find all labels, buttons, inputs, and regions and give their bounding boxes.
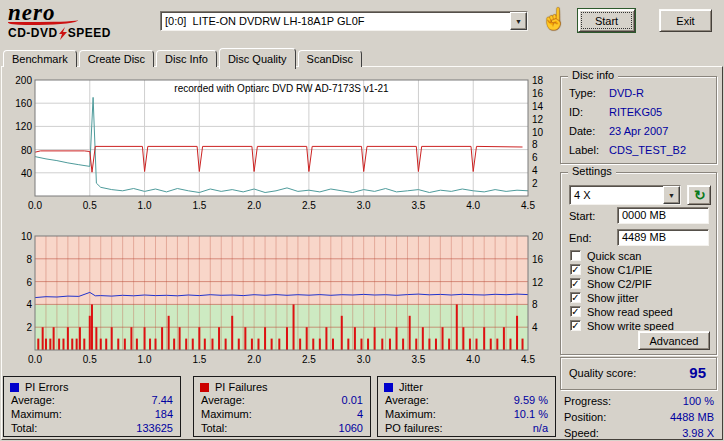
stat-row: Maximum:10.1 % xyxy=(378,408,555,422)
checkbox-box: ✓ xyxy=(570,292,581,303)
tab-create-disc[interactable]: Create Disc xyxy=(79,50,154,67)
svg-text:18: 18 xyxy=(532,75,544,86)
checkbox-box: ✓ xyxy=(570,264,581,275)
stat-row-value: 133625 xyxy=(136,422,173,436)
checkbox-box xyxy=(570,250,581,261)
svg-text:3.0: 3.0 xyxy=(357,200,371,211)
svg-text:0.5: 0.5 xyxy=(83,354,97,365)
svg-text:16: 16 xyxy=(532,88,544,99)
status-row-value: 4488 MB xyxy=(670,411,714,427)
disc-info-row-value: CDS_TEST_B2 xyxy=(609,144,686,163)
stat-row: PO failures:n/a xyxy=(378,422,555,436)
svg-text:200: 200 xyxy=(15,75,32,86)
status-row-speed: Speed:3.98 X xyxy=(562,427,716,441)
checkbox-show-read-speed[interactable]: ✓Show read speed xyxy=(570,305,673,318)
stat-box-title: PI Failures xyxy=(194,377,370,394)
disc-info-row-value: DVD-R xyxy=(609,87,644,106)
status-row-label: Position: xyxy=(564,411,606,427)
speed-selector[interactable]: 4 X ▼ xyxy=(569,185,681,205)
svg-text:2.0: 2.0 xyxy=(247,200,261,211)
hand-icon[interactable]: ☝ xyxy=(540,5,568,33)
start-button[interactable]: Start xyxy=(578,9,635,32)
disc-info-row-label: Type: xyxy=(569,87,609,106)
svg-text:recorded with Optiarc DVD RW A: recorded with Optiarc DVD RW AD-7173S v1… xyxy=(174,83,389,94)
checkbox-show-c2-pif[interactable]: ✓Show C2/PIF xyxy=(570,277,652,290)
svg-text:80: 80 xyxy=(21,145,33,156)
pie-writespeed-chart: recorded with Optiarc DVD RW AD-7173S v1… xyxy=(0,72,556,224)
stat-box-title: Jitter xyxy=(378,377,555,394)
svg-text:20: 20 xyxy=(532,231,544,242)
dropdown-arrow-icon[interactable]: ▼ xyxy=(663,186,680,204)
stat-row: Total:133625 xyxy=(4,422,180,436)
hand-glyph: ☝ xyxy=(541,7,567,31)
svg-text:8: 8 xyxy=(26,254,32,265)
tab-disc-quality[interactable]: Disc Quality xyxy=(219,48,296,69)
checkbox-show-jitter[interactable]: ✓Show jitter xyxy=(570,291,638,304)
disc-info-group: Disc info Type:DVD-RID:RITEKG05Date:23 A… xyxy=(560,76,717,164)
stat-row-label: Total: xyxy=(11,422,37,436)
stat-row-label: Maximum: xyxy=(385,408,436,422)
svg-text:4: 4 xyxy=(532,322,538,333)
logo-text-cddvdspeed: CD-DVD SPEED xyxy=(8,26,148,40)
svg-text:4.0: 4.0 xyxy=(466,354,480,365)
exit-button[interactable]: Exit xyxy=(659,9,712,32)
svg-text:0.0: 0.0 xyxy=(28,354,42,365)
dropdown-arrow-glyph: ▼ xyxy=(668,192,675,199)
checkbox-show-c1-pie[interactable]: ✓Show C1/PIE xyxy=(570,263,652,276)
stat-row: Maximum:184 xyxy=(4,408,180,422)
stat-row-value: n/a xyxy=(533,422,548,436)
svg-text:160: 160 xyxy=(15,98,32,109)
stat-row-value: 4 xyxy=(357,408,363,422)
disc-info-row: Date:23 Apr 2007 xyxy=(569,125,711,144)
stat-row: Average:7.44 xyxy=(4,394,180,408)
svg-text:6: 6 xyxy=(26,277,32,288)
speed-selector-value: 4 X xyxy=(570,189,663,201)
tab-disc-info[interactable]: Disc Info xyxy=(156,50,217,67)
start-position-label: Start: xyxy=(569,210,595,222)
svg-text:10: 10 xyxy=(532,127,544,138)
pif-jitter-chart: 246810481216200.00.51.01.52.02.53.03.54.… xyxy=(0,230,556,366)
disc-info-row-label: Label: xyxy=(569,144,609,163)
refresh-button[interactable]: ↻ xyxy=(687,185,711,205)
checkbox-label: Show C1/PIE xyxy=(587,264,652,276)
svg-text:2.5: 2.5 xyxy=(302,354,316,365)
status-row-value: 3.98 X xyxy=(682,427,714,441)
svg-text:2: 2 xyxy=(26,322,32,333)
drive-selector[interactable]: [0:0] LITE-ON DVDRW LH-18A1P GL0F ▼ xyxy=(160,11,528,31)
stat-row-value: 7.44 xyxy=(152,394,173,408)
start-position-field[interactable]: 0000 MB xyxy=(617,207,709,224)
checkbox-box: ✓ xyxy=(570,320,581,331)
stat-box-title: PI Errors xyxy=(4,377,180,394)
disc-info-row: Type:DVD-R xyxy=(569,87,711,106)
stat-row: Total:1060 xyxy=(194,422,370,436)
svg-text:4: 4 xyxy=(26,299,32,310)
checkbox-quick-scan[interactable]: Quick scan xyxy=(570,249,641,262)
stat-row-value: 0.01 xyxy=(342,394,363,408)
svg-text:120: 120 xyxy=(15,121,32,132)
stat-box-pi-errors: PI ErrorsAverage:7.44Maximum:184Total:13… xyxy=(3,376,181,437)
tab-scandisc[interactable]: ScanDisc xyxy=(298,50,362,67)
disc-info-legend: Disc info xyxy=(568,69,618,81)
logo-cddvd: CD-DVD xyxy=(8,26,58,40)
stat-row-label: Average: xyxy=(11,394,55,408)
end-position-field[interactable]: 4489 MB xyxy=(617,229,709,246)
quality-score-label: Quality score: xyxy=(569,367,636,379)
svg-text:12: 12 xyxy=(532,277,544,288)
settings-legend: Settings xyxy=(568,165,616,177)
tab-benchmark[interactable]: Benchmark xyxy=(3,50,77,67)
advanced-button[interactable]: Advanced xyxy=(638,331,710,350)
tab-bar: BenchmarkCreate DiscDisc InfoDisc Qualit… xyxy=(3,46,364,67)
svg-text:3.5: 3.5 xyxy=(411,354,425,365)
dropdown-arrow-glyph: ▼ xyxy=(515,18,522,25)
stat-box-pi-failures: PI FailuresAverage:0.01Maximum:4Total:10… xyxy=(193,376,371,437)
disc-info-row-label: Date: xyxy=(569,125,609,144)
stat-row-label: Total: xyxy=(201,422,227,436)
series-color-marker xyxy=(10,383,19,392)
refresh-icon: ↻ xyxy=(694,187,706,203)
status-row-label: Speed: xyxy=(564,427,599,441)
svg-text:0.5: 0.5 xyxy=(83,200,97,211)
svg-text:1.5: 1.5 xyxy=(192,200,206,211)
svg-text:12: 12 xyxy=(532,114,544,125)
end-position-value: 4489 MB xyxy=(622,231,666,243)
dropdown-arrow-icon[interactable]: ▼ xyxy=(510,12,527,30)
